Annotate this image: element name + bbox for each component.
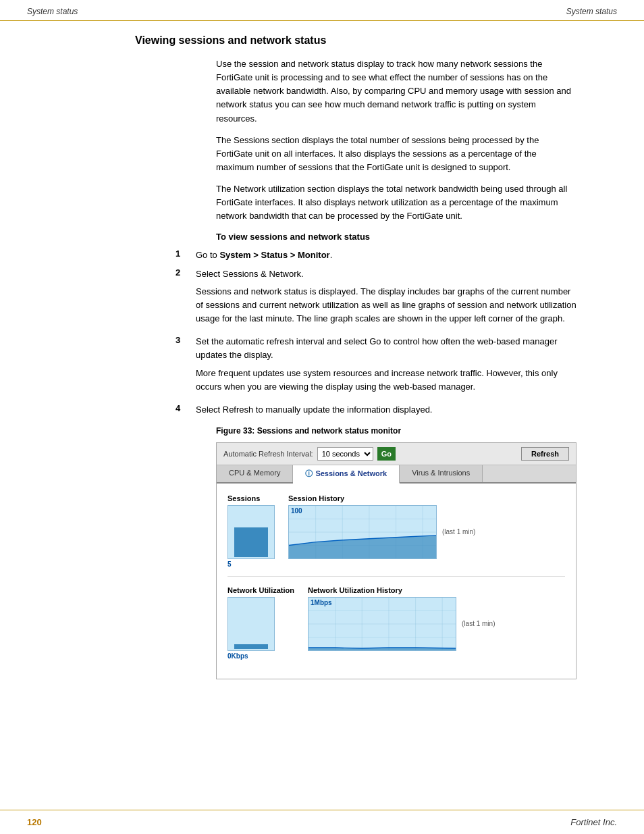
header-left: System status [27,7,78,16]
paragraph-1: Use the session and network status displ… [216,57,576,126]
step-3-text-after: More frequent updates use system resourc… [196,367,576,394]
network-last-min-label: (last 1 min) [462,620,495,627]
network-history-chart: 1Mbps [308,597,456,651]
sessions-history-row: 100 [288,505,475,559]
network-bar [234,644,268,649]
sessions-history-svg [289,506,436,558]
step-3-content: Set the automatic refresh interval and s… [196,335,576,398]
network-bar-chart [227,597,275,651]
refresh-interval-select[interactable]: 10 seconds 30 seconds 1 minute 5 minutes [317,447,373,461]
step-2-text-before: Select Sessions & Network. [196,267,576,281]
step-2-text-after: Sessions and network status is displayed… [196,285,576,325]
step-2-content: Select Sessions & Network. Sessions and … [196,267,576,330]
page-number: 120 [27,817,42,827]
step-number-3: 3 [176,335,196,398]
step-3: 3 Set the automatic refresh interval and… [176,335,576,398]
figure-caption: Figure 33: Sessions and network status m… [216,426,576,436]
monitor-frame: Automatic Refresh Interval: 10 seconds 3… [216,442,576,679]
sessions-bar-section: Sessions 5 [227,494,275,568]
tab-virus-intrusions-label: Virus & Intrusions [412,469,470,477]
page-header: System status System status [0,0,644,21]
tab-sessions-network-label: Sessions & Network [315,469,387,477]
sessions-bar-value: 5 [227,561,232,568]
network-history-label: Network Utilization History [308,586,402,594]
page-footer: 120 Fortinet Inc. [0,810,644,834]
sessions-history-chart: 100 [288,505,437,559]
sessions-scale-label: 100 [291,507,302,515]
sessions-label: Sessions [227,494,260,502]
step-1-bold: System > Status > Monitor [219,250,329,260]
tab-cpu-memory-label: CPU & Memory [229,469,280,477]
step-3-text-before: Set the automatic refresh interval and s… [196,335,576,362]
tab-virus-intrusions[interactable]: Virus & Intrusions [400,465,483,482]
step-number-4: 4 [176,403,196,417]
monitor-toolbar: Automatic Refresh Interval: 10 seconds 3… [217,443,576,465]
company-name: Fortinet Inc. [570,817,617,827]
monitor-body: Sessions 5 Session History 100 [217,484,576,679]
main-content: Viewing sessions and network status Use … [0,21,644,693]
sessions-bar-chart [227,505,275,559]
step-number-1: 1 [176,249,196,262]
step-1-content: Go to System > Status > Monitor. [196,249,576,262]
refresh-interval-label: Automatic Refresh Interval: [223,450,313,458]
paragraph-3: The Network utilization section displays… [216,182,576,223]
monitor-tabs: CPU & Memory ⓘSessions & Network Virus &… [217,465,576,484]
network-row: Network Utilization 0Kbps Network Utiliz… [227,586,565,668]
network-scale-label: 1Mbps [311,599,332,606]
sessions-row: Sessions 5 Session History 100 [227,494,565,577]
tab-sessions-network[interactable]: ⓘSessions & Network [293,465,400,484]
refresh-button[interactable]: Refresh [521,447,569,461]
section-title: Viewing sessions and network status [135,34,617,47]
step-number-2: 2 [176,267,196,330]
network-bar-section: Network Utilization 0Kbps [227,586,294,660]
paragraph-2: The Sessions section displays the total … [216,134,576,174]
sessions-network-icon: ⓘ [305,469,313,477]
header-right: System status [566,7,617,16]
step-1: 1 Go to System > Status > Monitor. [176,249,576,262]
sessions-history-label: Session History [288,494,344,502]
step-4: 4 Select Refresh to manually update the … [176,403,576,417]
network-bar-value: 0Kbps [227,652,248,660]
network-history-row: 1Mbps [308,597,495,651]
tab-cpu-memory[interactable]: CPU & Memory [217,465,293,482]
step-4-content: Select Refresh to manually update the in… [196,403,576,417]
network-label: Network Utilization [227,586,294,594]
network-history-section: Network Utilization History 1Mbps [308,586,495,651]
step-2: 2 Select Sessions & Network. Sessions an… [176,267,576,330]
sessions-last-min-label: (last 1 min) [442,528,475,536]
sessions-history-section: Session History 100 [288,494,475,559]
sessions-bar [234,527,268,557]
go-button[interactable]: Go [377,447,396,461]
subsection-title: To view sessions and network status [216,232,576,242]
